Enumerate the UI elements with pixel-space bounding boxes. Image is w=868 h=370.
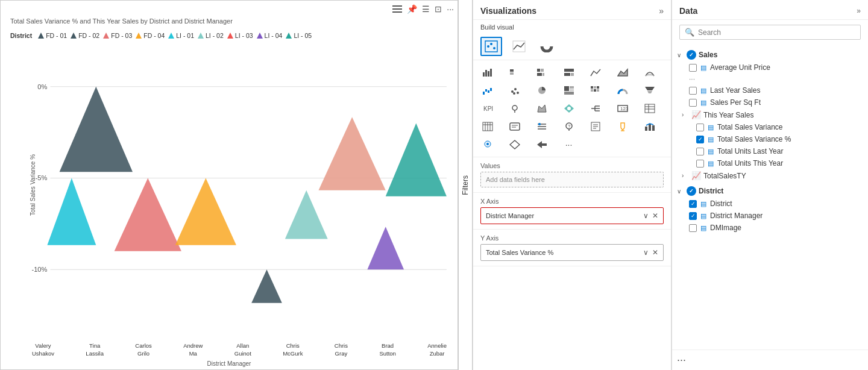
- line-area-icon[interactable]: [586, 64, 605, 81]
- svg-marker-4: [168, 33, 174, 39]
- district-checkbox[interactable]: ✓: [689, 200, 697, 208]
- map-icon[interactable]: [505, 100, 524, 117]
- slicer-icon[interactable]: [532, 118, 552, 135]
- x-axis-value: District Manager: [486, 212, 643, 219]
- paginated-report-icon[interactable]: [586, 118, 605, 135]
- tree-item-total-units-ty[interactable]: ▤ Total Units This Year: [672, 157, 868, 169]
- filters-label[interactable]: Filters: [461, 175, 470, 195]
- tree-item-district-manager[interactable]: ✓ ▤ District Manager: [672, 210, 868, 222]
- svg-marker-44: [618, 69, 627, 76]
- y-axis-close-icon[interactable]: ✕: [652, 248, 658, 257]
- decomposition-tree-icon[interactable]: [586, 100, 605, 117]
- tree-item-total-sales-var-pct[interactable]: ✓ ▤ Total Sales Variance %: [672, 133, 868, 145]
- tree-group-district-header[interactable]: ∨ ✓ District: [672, 184, 868, 198]
- data-footer: ···: [672, 350, 868, 370]
- arrow-icon[interactable]: [532, 136, 552, 153]
- total-sales-var-checkbox[interactable]: [696, 124, 704, 131]
- funnel-icon[interactable]: [640, 82, 659, 99]
- svg-rect-48: [490, 88, 492, 91]
- pie-chart-icon[interactable]: [532, 82, 552, 99]
- tree-item-total-units-ly[interactable]: ▤ Total Units Last Year: [672, 145, 868, 157]
- search-box[interactable]: 🔍: [679, 25, 861, 40]
- last-year-sales-checkbox[interactable]: [689, 87, 697, 95]
- total-sales-ty-expand-icon[interactable]: ›: [682, 172, 689, 179]
- tree-item-sales-per-sqft[interactable]: ▤ Sales Per Sq Ft: [672, 96, 868, 108]
- area-chart-icon[interactable]: [613, 64, 632, 81]
- svg-rect-34: [490, 69, 492, 77]
- matrix-icon[interactable]: [586, 82, 605, 99]
- svg-rect-103: [645, 127, 647, 131]
- x-tick-tina: TinaLassila: [86, 342, 104, 357]
- line-chart-icon[interactable]: [508, 37, 530, 56]
- azure-map-icon[interactable]: [559, 100, 579, 117]
- tree-item-total-sales-var[interactable]: ▤ Total Sales Variance: [672, 121, 868, 133]
- svg-marker-1: [71, 33, 77, 39]
- more-icon[interactable]: ···: [447, 4, 454, 14]
- svg-rect-36: [510, 72, 514, 75]
- svg-marker-17: [115, 178, 181, 251]
- diamond-icon[interactable]: [505, 136, 524, 153]
- tree-item-avg-price[interactable]: ▤ Average Unit Price: [672, 61, 868, 74]
- data-header: Data »: [672, 0, 868, 20]
- this-year-expand-icon[interactable]: ›: [682, 111, 689, 118]
- scatter-chart-icon[interactable]: [480, 37, 502, 56]
- scatter-icon[interactable]: [505, 82, 524, 99]
- total-units-ty-checkbox[interactable]: [696, 160, 704, 168]
- y-axis-chevron-icon[interactable]: ∨: [643, 248, 649, 257]
- tree-group-sales-header[interactable]: ∨ ✓ Sales: [672, 48, 868, 61]
- dmimage-checkbox[interactable]: [689, 224, 697, 232]
- tree-group-district: ∨ ✓ District ✓ ▤ District ✓ ▤ Di: [672, 183, 868, 235]
- bar-combo-icon[interactable]: [640, 118, 659, 135]
- x-axis-chevron-icon[interactable]: ∨: [643, 212, 649, 220]
- x-axis-close-icon[interactable]: ✕: [652, 212, 658, 220]
- qna-icon[interactable]: ?: [559, 118, 579, 135]
- smart-narrative-icon[interactable]: [505, 118, 524, 135]
- sales-per-sqft-checkbox[interactable]: [689, 99, 697, 107]
- filled-map-icon[interactable]: [532, 100, 552, 117]
- y-axis-label: Y Axis: [480, 234, 664, 242]
- bar-chart-icon[interactable]: [478, 64, 497, 81]
- matrix-table-icon[interactable]: [478, 118, 497, 135]
- 100pct-bar-icon[interactable]: [559, 64, 579, 81]
- tree-item-dmimage[interactable]: ▤ DMImage: [672, 222, 868, 234]
- tree-dots-1: ···: [672, 74, 868, 84]
- total-sales-var-pct-checkbox[interactable]: ✓: [696, 136, 704, 143]
- more-visuals-icon[interactable]: ···: [559, 136, 579, 153]
- sales-expand-icon[interactable]: ∨: [677, 52, 684, 58]
- hamburger-icon[interactable]: [392, 5, 402, 13]
- total-units-ly-checkbox[interactable]: [696, 148, 704, 155]
- y-axis-field-box[interactable]: Total Sales Variance % ∨ ✕: [480, 244, 664, 261]
- data-expand-button[interactable]: »: [857, 7, 861, 15]
- tree-item-last-year-sales[interactable]: ▤ Last Year Sales: [672, 84, 868, 96]
- gauge-icon[interactable]: [613, 82, 632, 99]
- filter-icon[interactable]: ☰: [422, 4, 430, 14]
- map2-icon[interactable]: [478, 136, 497, 153]
- svg-point-25: [487, 45, 489, 48]
- column-chart-icon[interactable]: [505, 64, 524, 81]
- tree-item-district[interactable]: ✓ ▤ District: [672, 198, 868, 210]
- waterfall-icon[interactable]: [478, 82, 497, 99]
- viz-expand-button[interactable]: »: [659, 6, 664, 16]
- dmimage-label: DMImage: [710, 224, 741, 232]
- filters-tab[interactable]: Filters: [458, 0, 473, 370]
- treemap-icon[interactable]: [559, 82, 579, 99]
- chart-legend: District FD - 01 FD - 02 FD - 03 FD - 04…: [10, 32, 312, 39]
- x-axis-field-box[interactable]: District Manager ∨ ✕: [480, 207, 664, 224]
- donut-chart-icon[interactable]: [536, 37, 558, 56]
- avg-price-checkbox[interactable]: [689, 64, 697, 72]
- table-icon[interactable]: [640, 100, 659, 117]
- district-expand-icon[interactable]: ∨: [677, 188, 684, 195]
- trophy-icon[interactable]: [613, 118, 632, 135]
- total-sales-ty-header[interactable]: › 📈 TotalSalesTY: [672, 169, 868, 182]
- values-field-box[interactable]: Add data fields here: [480, 172, 664, 187]
- expand-icon[interactable]: ⊡: [435, 4, 442, 14]
- kpi-icon[interactable]: KPI: [478, 100, 497, 117]
- number-card-icon[interactable]: 123: [613, 100, 632, 117]
- this-year-sales-header[interactable]: › 📈 This Year Sales: [672, 108, 868, 121]
- ribbon-chart-icon[interactable]: [640, 64, 659, 81]
- district-manager-checkbox[interactable]: ✓: [689, 212, 697, 220]
- pin-icon[interactable]: 📌: [407, 4, 417, 14]
- stacked-bar-icon[interactable]: [532, 64, 552, 81]
- x-axis-section: X Axis District Manager ∨ ✕: [473, 193, 671, 230]
- search-input[interactable]: [698, 28, 855, 37]
